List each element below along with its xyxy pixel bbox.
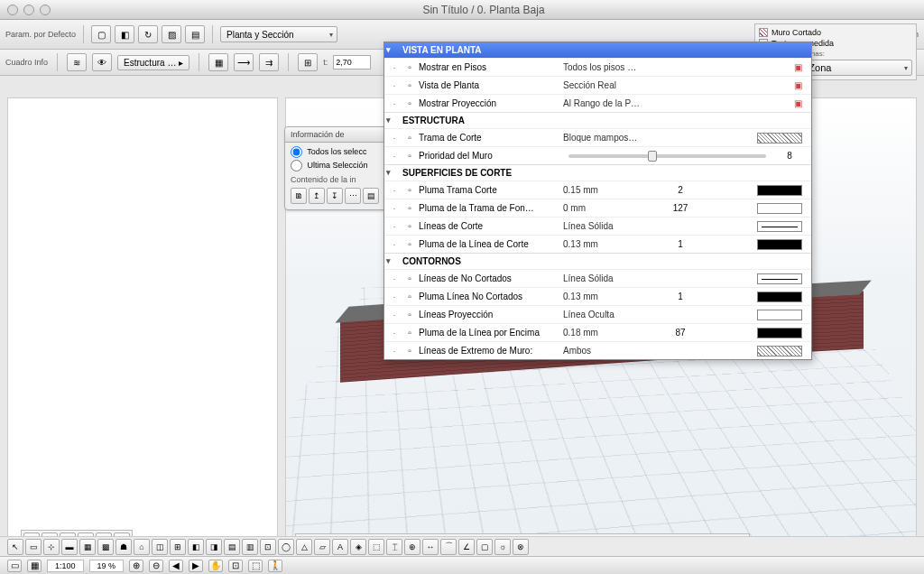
layer-dropdown[interactable]: Estructura … ▸ bbox=[117, 55, 189, 70]
tool-icon[interactable]: ◨ bbox=[206, 539, 222, 555]
section-dropdown[interactable]: Planta y Sección bbox=[220, 26, 337, 42]
info-btn-icon[interactable]: 🗎 bbox=[291, 188, 307, 204]
zoom-out-icon[interactable]: ⊖ bbox=[149, 560, 163, 572]
minimize-window-icon[interactable] bbox=[23, 5, 34, 15]
tool-icon[interactable]: ◈ bbox=[350, 539, 366, 555]
tool-icon[interactable]: ⊞ bbox=[298, 53, 318, 71]
tool-icon[interactable]: ⊕ bbox=[404, 539, 420, 555]
hand-icon[interactable]: ✋ bbox=[208, 560, 223, 572]
property-row[interactable]: ·▫Pluma de la Línea por Encima0.18 mm87 bbox=[384, 323, 811, 341]
tool-icon[interactable]: ⌶ bbox=[386, 539, 402, 555]
swatch-icon[interactable] bbox=[757, 273, 802, 284]
status-icon[interactable]: ▦ bbox=[27, 560, 42, 572]
swatch-icon[interactable] bbox=[757, 133, 802, 144]
marquee-tool-icon[interactable]: ▭ bbox=[25, 539, 42, 555]
nav-icon[interactable]: ▶ bbox=[189, 560, 203, 572]
tool-icon[interactable]: ◯ bbox=[278, 539, 294, 555]
tool-icon[interactable]: ☗ bbox=[116, 539, 132, 555]
prop-value: Al Rango de la P… bbox=[563, 98, 662, 108]
tool-icon[interactable]: ▥ bbox=[242, 539, 258, 555]
t-value-input[interactable] bbox=[333, 55, 371, 69]
row-end-icon[interactable]: ▣ bbox=[757, 98, 802, 109]
close-window-icon[interactable] bbox=[7, 5, 18, 15]
tool-icon[interactable]: ▢ bbox=[91, 25, 111, 43]
prop-section-header[interactable]: ▾CONTORNOS bbox=[384, 253, 811, 269]
property-row[interactable]: ·▫Líneas de Extremo de Muro:Ambos bbox=[384, 341, 811, 359]
swatch-icon[interactable] bbox=[757, 310, 802, 320]
tool-icon[interactable]: ↻ bbox=[138, 25, 158, 43]
info-btn-icon[interactable]: ↥ bbox=[309, 188, 325, 204]
property-row[interactable]: ·▫Líneas de CorteLínea Sólida bbox=[384, 217, 811, 235]
tool-icon[interactable]: ▦ bbox=[208, 53, 228, 71]
prop-section-header[interactable]: ▾SUPERFICIES DE CORTE bbox=[384, 164, 811, 181]
fit-icon[interactable]: ⊡ bbox=[228, 560, 243, 572]
prop-label: Líneas Proyección bbox=[419, 310, 563, 319]
tool-icon[interactable]: ⟶ bbox=[234, 53, 254, 71]
tool-icon[interactable]: ⌂ bbox=[134, 539, 150, 555]
layer-icon[interactable]: ≋ bbox=[67, 53, 87, 71]
tool-icon[interactable]: ⬚ bbox=[368, 539, 384, 555]
property-row[interactable]: ·▫Prioridad del Muro8 bbox=[384, 146, 811, 164]
swatch-icon[interactable] bbox=[757, 328, 802, 338]
row-end-icon[interactable]: ▣ bbox=[757, 62, 802, 73]
prop-section-header[interactable]: ▾ VISTA EN PLANTA bbox=[384, 42, 811, 58]
tool-icon[interactable]: ☼ bbox=[494, 539, 511, 555]
property-row[interactable]: ·▫Pluma Línea No Cortados0.13 mm1 bbox=[384, 287, 811, 305]
tool-icon[interactable]: ◫ bbox=[152, 539, 168, 555]
tool-icon[interactable]: ⊹ bbox=[43, 539, 60, 555]
tool-icon[interactable]: ⊡ bbox=[260, 539, 276, 555]
status-icon[interactable]: ⬚ bbox=[248, 560, 263, 572]
tool-icon[interactable]: ↔ bbox=[422, 539, 439, 555]
tool-icon[interactable]: A bbox=[332, 539, 348, 555]
prop-section-header[interactable]: ▾ESTRUCTURA bbox=[384, 112, 811, 128]
tool-icon[interactable]: ▤ bbox=[185, 25, 205, 43]
tool-icon[interactable]: ▱ bbox=[314, 539, 330, 555]
tool-icon[interactable]: ∠ bbox=[458, 539, 475, 555]
tool-icon[interactable]: ◧ bbox=[115, 25, 134, 43]
plan-view-pane[interactable]: ◉ ◈ ☗ 🚶 ▦ ◧ bbox=[7, 97, 278, 561]
tool-icon[interactable]: ⊞ bbox=[170, 539, 186, 555]
swatch-icon[interactable] bbox=[757, 221, 802, 232]
property-row[interactable]: ·▫Pluma de la Línea de Corte0.13 mm1 bbox=[384, 235, 811, 253]
tool-icon[interactable]: ▨ bbox=[162, 25, 181, 43]
tool-icon[interactable]: ▤ bbox=[224, 539, 240, 555]
zoom-in-icon[interactable]: ⊕ bbox=[129, 560, 143, 572]
property-row[interactable]: ·▫Mostrar en PisosTodos los pisos …▣ bbox=[384, 58, 811, 76]
status-icon[interactable]: ▭ bbox=[7, 560, 22, 572]
eye-icon[interactable]: 👁 bbox=[92, 53, 112, 71]
swatch-icon[interactable] bbox=[757, 239, 802, 250]
tool-icon[interactable]: ⊗ bbox=[513, 539, 529, 555]
property-row[interactable]: ·▫Trama de CorteBloque mampos… bbox=[384, 128, 811, 146]
property-row[interactable]: ·▫Vista de PlantaSección Real▣ bbox=[384, 76, 811, 94]
nav-icon[interactable]: ◀ bbox=[169, 560, 183, 572]
prop-label: Pluma de la Trama de Fon… bbox=[419, 203, 563, 213]
property-row[interactable]: ·▫Pluma de la Trama de Fon…0 mm127 bbox=[384, 199, 811, 217]
info-btn-icon[interactable]: ↧ bbox=[327, 188, 343, 204]
property-row[interactable]: ·▫Pluma Trama Corte0.15 mm2 bbox=[384, 181, 811, 199]
swatch-icon[interactable] bbox=[757, 292, 802, 302]
tool-icon[interactable]: ⇉ bbox=[259, 53, 279, 71]
tool-icon[interactable]: △ bbox=[296, 539, 312, 555]
swatch-icon[interactable] bbox=[757, 203, 802, 214]
info-btn-icon[interactable]: ⋯ bbox=[345, 188, 361, 204]
property-row[interactable]: ·▫Mostrar ProyecciónAl Rango de la P…▣ bbox=[384, 94, 811, 112]
arrow-tool-icon[interactable]: ↖ bbox=[7, 539, 23, 555]
swatch-icon[interactable] bbox=[757, 346, 802, 356]
zoom-display[interactable]: 19 % bbox=[89, 560, 125, 572]
status-icon[interactable]: 🚶 bbox=[268, 560, 282, 572]
info-btn-icon[interactable]: ▤ bbox=[363, 188, 379, 204]
wall-tool-icon[interactable]: ▬ bbox=[61, 539, 78, 555]
tool-icon[interactable]: ▦ bbox=[79, 539, 96, 555]
priority-slider[interactable] bbox=[568, 154, 766, 158]
row-end-icon[interactable]: ▣ bbox=[757, 80, 802, 91]
tool-icon[interactable]: ⌒ bbox=[440, 539, 457, 555]
swatch-icon[interactable] bbox=[757, 185, 802, 196]
muro-cortado-label: Muro Cortado bbox=[772, 28, 821, 37]
zoom-window-icon[interactable] bbox=[40, 5, 51, 15]
scale-display[interactable]: 1:100 bbox=[47, 560, 84, 572]
tool-icon[interactable]: ◧ bbox=[188, 539, 204, 555]
tool-icon[interactable]: ▢ bbox=[476, 539, 493, 555]
tool-icon[interactable]: ▩ bbox=[97, 539, 114, 555]
property-row[interactable]: ·▫Líneas de No CortadosLínea Sólida bbox=[384, 269, 811, 287]
property-row[interactable]: ·▫Líneas ProyecciónLínea Oculta bbox=[384, 305, 811, 323]
